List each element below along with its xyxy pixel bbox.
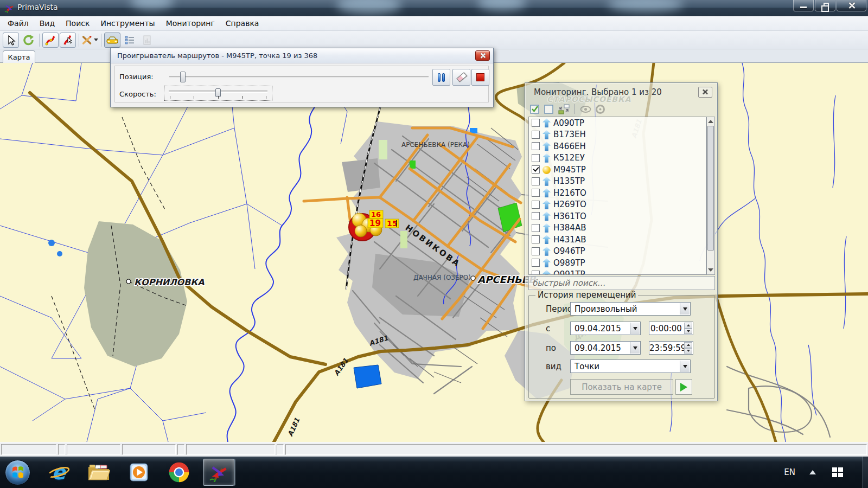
track-point[interactable] <box>355 225 367 237</box>
vehicle-list-item[interactable]: Н216ТО <box>529 187 706 199</box>
speed-slider[interactable] <box>164 86 272 101</box>
start-button[interactable] <box>5 460 30 485</box>
to-date-select[interactable]: 09.04.2015 <box>570 341 641 355</box>
route-player-close-button[interactable] <box>475 50 490 61</box>
select-cursor-button[interactable] <box>3 33 19 48</box>
period-dropdown-icon[interactable] <box>680 303 690 314</box>
taskbar-primavista-active[interactable] <box>203 459 234 486</box>
vehicle-list[interactable]: А090ТР В173ЕН В466ЕН К512ЕУ М945ТР Н135Т… <box>528 117 706 275</box>
vehicle-checkbox[interactable] <box>532 212 540 220</box>
language-indicator[interactable]: EN <box>784 467 795 477</box>
show-hidden-icons[interactable] <box>809 470 816 474</box>
title-bar: PrimaVista <box>0 0 868 16</box>
vehicle-player-button[interactable] <box>104 33 120 48</box>
quick-search-input[interactable] <box>528 276 715 290</box>
vehicle-checkbox[interactable] <box>532 119 540 127</box>
vehicle-list-item[interactable]: О946ТР <box>529 246 706 258</box>
menu-view[interactable]: Вид <box>34 17 60 29</box>
taskbar-chrome[interactable] <box>167 460 191 484</box>
vehicle-list-item[interactable]: Н361ТО <box>529 210 706 222</box>
vehicle-checkbox[interactable] <box>532 189 540 197</box>
show-on-map-button[interactable]: Показать на карте <box>570 379 673 395</box>
scrollbar-thumb[interactable] <box>707 126 714 251</box>
windows-tray-icon[interactable] <box>831 466 844 479</box>
refresh-button[interactable] <box>20 33 36 48</box>
invert-selection-icon[interactable] <box>558 104 570 115</box>
vehicle-status-icon <box>542 166 551 174</box>
scroll-up-icon[interactable] <box>708 120 713 123</box>
vehicle-list-scrollbar[interactable] <box>706 117 715 275</box>
vehicle-label: Н216ТО <box>553 188 586 198</box>
map-canvas[interactable]: КОРНИЛОВКА СТАРОСЫСОЕВКА АРСЕНЬЕВКА (РЕК… <box>0 63 868 442</box>
vehicle-checkbox[interactable] <box>532 224 540 232</box>
tab-map[interactable]: Карта <box>3 50 35 63</box>
minimize-button[interactable] <box>793 0 814 11</box>
period-select[interactable]: Произвольный <box>570 302 691 316</box>
to-time-spinner[interactable]: 23:59:59 <box>649 341 693 355</box>
vehicle-list-item[interactable]: М945ТР <box>529 164 706 176</box>
from-date-select[interactable]: 09.04.2015 <box>570 322 641 335</box>
route-player-titlebar[interactable]: Проигрыватель маршрутов - М945ТР, точка … <box>111 48 493 63</box>
vehicle-checkbox[interactable] <box>532 235 540 243</box>
history-play-button[interactable] <box>675 379 692 395</box>
vehicle-list-item[interactable]: О989ТР <box>529 257 706 269</box>
from-time-spinner[interactable]: 0:00:00 <box>649 322 693 335</box>
time-down-icon[interactable] <box>684 329 692 335</box>
vehicle-checkbox[interactable] <box>532 154 540 162</box>
monitoring-close-button[interactable] <box>698 87 712 98</box>
from-date-dropdown-icon[interactable] <box>630 323 640 334</box>
vehicle-checkbox[interactable] <box>532 247 540 255</box>
vehicle-checkbox[interactable] <box>532 142 540 150</box>
menu-monitoring[interactable]: Мониторинг <box>161 17 220 29</box>
menu-help[interactable]: Справка <box>220 17 265 29</box>
speed-ticks <box>170 96 266 99</box>
map-view[interactable]: КОРНИЛОВКА СТАРОСЫСОЕВКА АРСЕНЬЕВКА (РЕК… <box>0 63 868 442</box>
vehicle-list-item[interactable]: Н431АВ <box>529 234 706 246</box>
taskbar-file-explorer[interactable] <box>87 460 111 484</box>
taskbar-media-player[interactable] <box>127 460 151 484</box>
position-slider-thumb[interactable] <box>180 72 186 82</box>
menu-file[interactable]: Файл <box>2 17 34 29</box>
time-up-icon[interactable] <box>684 342 692 348</box>
tools-dropdown-button[interactable] <box>82 33 98 48</box>
scroll-down-icon[interactable] <box>708 268 713 272</box>
vehicle-list-item[interactable]: В173ЕН <box>529 129 706 141</box>
monitor-list-button[interactable] <box>122 33 138 48</box>
monitoring-panel: Мониторинг. Выбрано 1 из 20 <box>525 82 718 401</box>
taskbar-internet-explorer[interactable]: e <box>47 460 71 484</box>
vehicle-checkbox[interactable] <box>532 271 540 275</box>
vehicle-status-icon <box>542 270 551 275</box>
menu-search[interactable]: Поиск <box>60 17 95 29</box>
vehicle-list-item[interactable]: К512ЕУ <box>529 152 706 164</box>
route-points-button[interactable] <box>42 33 59 48</box>
restore-button[interactable] <box>815 0 835 11</box>
vehicle-label: К512ЕУ <box>553 153 585 163</box>
vehicle-checkbox[interactable] <box>532 201 540 209</box>
show-desktop-button[interactable] <box>863 457 868 488</box>
close-button[interactable] <box>837 0 866 11</box>
position-slider[interactable] <box>169 76 429 78</box>
stop-button[interactable] <box>471 69 489 86</box>
time-down-icon[interactable] <box>684 348 692 354</box>
vehicle-list-item[interactable]: Н135ТР <box>529 176 706 188</box>
vehicle-checkbox[interactable] <box>532 131 540 139</box>
vehicle-list-item[interactable]: Н384АВ <box>529 222 706 234</box>
vehicle-list-item[interactable]: А090ТР <box>529 117 706 129</box>
vehicle-list-item[interactable]: В466ЕН <box>529 140 706 152</box>
check-all-icon[interactable] <box>529 104 541 115</box>
eraser-button[interactable] <box>452 69 470 86</box>
pause-button[interactable] <box>432 69 450 86</box>
vehicle-list-item[interactable]: Н269ТО <box>529 199 706 211</box>
vehicle-status-icon <box>542 153 551 163</box>
route-cursor-button[interactable] <box>60 33 76 48</box>
vehicle-checkbox[interactable] <box>532 165 540 174</box>
vehicle-checkbox[interactable] <box>532 177 540 185</box>
view-select[interactable]: Точки <box>570 359 691 373</box>
menu-tools[interactable]: Инструменты <box>95 17 160 29</box>
vehicle-list-item[interactable]: О991ТР <box>529 269 706 275</box>
uncheck-all-icon[interactable] <box>544 104 555 115</box>
to-date-dropdown-icon[interactable] <box>630 342 640 354</box>
time-up-icon[interactable] <box>684 323 692 329</box>
view-dropdown-icon[interactable] <box>680 361 690 372</box>
vehicle-checkbox[interactable] <box>532 259 540 267</box>
